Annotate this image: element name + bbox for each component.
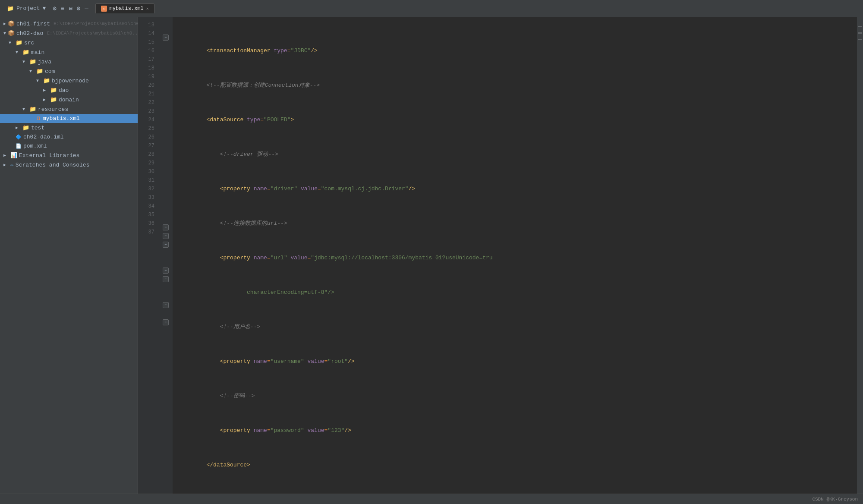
minimize-icon[interactable]: — (85, 5, 88, 12)
sidebar-item-resources[interactable]: ▼ 📁 resources (0, 104, 138, 114)
folder-icon: 📁 (22, 124, 29, 131)
tab-mybatis-xml[interactable]: x mybatis.xml ✕ (95, 3, 154, 13)
space2 (304, 426, 308, 435)
code-text (180, 288, 247, 297)
line-num-36: 36 (138, 219, 160, 228)
expand-arrow-icon: ▶ (3, 153, 9, 158)
sidebar-item-scratches[interactable]: ▶ ✏ Scratches and Consoles (0, 160, 138, 170)
line-num-15: 15 (138, 38, 160, 47)
gear-icon[interactable]: ⚙ (77, 5, 80, 12)
sidebar-item-pom-xml[interactable]: ▶ 📄 pom.xml (0, 142, 138, 151)
tag-close-datasource: </dataSource> (206, 461, 250, 469)
sidebar-item-bjpowernode[interactable]: ▼ 📁 bjpowernode (0, 76, 138, 85)
attr-username-name: "username" (271, 357, 304, 366)
editor-area[interactable]: 13 14 15 16 17 18 19 20 21 22 23 24 25 2… (138, 17, 863, 494)
line-num-21: 21 (138, 90, 160, 98)
code-line-24: <property name="password" value="123"/> (180, 426, 857, 435)
comment-datasource: <!--配置数据源：创建Connection对象--> (206, 81, 320, 90)
pom-icon: 📄 (16, 143, 22, 149)
expand-arrow-icon: ▼ (22, 60, 28, 64)
code-editor[interactable]: <transactionManager type="JDBC"/> <!--配置… (173, 17, 857, 494)
toolbar-icons: ⚙ ≡ ⊟ ⚙ — (53, 5, 88, 12)
fold-marker-27[interactable]: − (163, 242, 169, 248)
attr-value-url: value (291, 254, 308, 262)
sidebar-item-external-libs[interactable]: ▶ 📊 External Libraries (0, 151, 138, 160)
code-line-22: <property name="username" value="root"/> (180, 357, 857, 366)
sidebar-item-label: ch01-first (16, 21, 50, 27)
attr-name-password: name (254, 426, 267, 435)
sidebar-item-mybatis-xml[interactable]: ▶ 🗒 mybatis.xml (0, 114, 138, 123)
code-text (180, 47, 206, 55)
attr-root: "root" (328, 357, 348, 366)
attr-value-username: value (308, 357, 324, 366)
sidebar-item-ch01-first[interactable]: ▶ 📦 ch01-first E:\IDEA\Projects\mybatis0… (0, 19, 138, 28)
sidebar-item-ch02-dao[interactable]: ▼ 📦 ch02-dao E:\IDEA\Projects\mybatis01\… (0, 28, 138, 38)
eq: = (267, 426, 271, 435)
attr-type: type (274, 47, 287, 55)
sidebar-item-label: domain (59, 97, 79, 103)
expand-arrow-icon: ▶ (3, 21, 6, 26)
tab-close-button[interactable]: ✕ (146, 6, 149, 11)
sidebar-item-domain[interactable]: ▶ 📁 domain (0, 95, 138, 104)
sidebar-item-main[interactable]: ▼ 📁 main (0, 47, 138, 57)
sidebar-item-label: ch02-dao (16, 30, 43, 37)
status-bar: CSDN @KK-Greyson (0, 494, 863, 504)
code-text (180, 426, 220, 435)
attr-name-url: name (254, 254, 267, 262)
comment-username: <!--用户名--> (220, 323, 261, 331)
sidebar-item-java[interactable]: ▼ 📁 java (0, 57, 138, 66)
sidebar-item-ch02-dao-iml[interactable]: ▶ 🔷 ch02-dao.iml (0, 132, 138, 142)
fold-marker-34[interactable]: − (163, 302, 169, 308)
comment-url: <!--连接数据库的url--> (220, 219, 287, 228)
eq: = (267, 254, 271, 262)
code-line-25: </dataSource> (180, 461, 857, 469)
fold-marker-25[interactable]: − (163, 224, 169, 230)
attr-value-password: value (308, 426, 324, 435)
code-text (180, 392, 220, 400)
iml-icon: 🔷 (16, 134, 22, 140)
folder-icon: 📁 (16, 39, 22, 46)
line-num-20: 20 (138, 81, 160, 90)
code-line-13: <transactionManager type="JDBC"/> (180, 47, 857, 55)
sidebar-item-label: resources (38, 106, 68, 113)
line-num-18: 18 (138, 64, 160, 72)
sort-icon[interactable]: ≡ (61, 5, 64, 12)
line-num-28: 28 (138, 150, 160, 159)
module-icon: 📦 (8, 30, 15, 37)
sidebar-item-dao[interactable]: ▶ 📁 dao (0, 85, 138, 95)
settings-icon[interactable]: ⚙ (53, 5, 56, 12)
sidebar-item-label: java (38, 59, 51, 65)
sidebar-item-label: main (31, 49, 44, 56)
tag-close: /> (311, 47, 318, 55)
line-num-35: 35 (138, 211, 160, 219)
fold-marker-26[interactable]: − (163, 233, 169, 239)
space (250, 185, 254, 193)
fold-marker-36[interactable]: − (163, 319, 169, 325)
code-line-21: <!--用户名--> (180, 323, 857, 331)
fold-marker-15[interactable]: − (163, 35, 169, 41)
tag-transaction-manager: <transactionManager (206, 47, 270, 55)
sidebar-item-src[interactable]: ▼ 📁 src (0, 38, 138, 47)
fold-marker-31[interactable]: − (163, 276, 169, 282)
lib-icon: 📊 (10, 152, 17, 159)
sidebar-item-test[interactable]: ▶ 📁 test (0, 123, 138, 132)
sidebar-item-label: ch02-dao.iml (23, 134, 64, 140)
code-text (180, 461, 206, 469)
split-icon[interactable]: ⊟ (69, 5, 72, 12)
status-text: CSDN @KK-Greyson (812, 497, 858, 502)
project-selector[interactable]: 📁 Project ▼ (3, 5, 49, 12)
tag-open-close: > (291, 116, 294, 124)
line-num-26: 26 (138, 133, 160, 142)
line-num-16: 16 (138, 47, 160, 55)
code-text (180, 323, 220, 331)
sidebar-item-com[interactable]: ▼ 📁 com (0, 66, 138, 76)
scratches-icon: ✏ (10, 161, 14, 168)
tag-property-driver: <property (220, 185, 250, 193)
sidebar-item-label: src (24, 40, 34, 46)
folder-icon: 📁 (50, 87, 57, 94)
sidebar-item-label: com (45, 68, 55, 75)
space2 (304, 357, 308, 366)
expand-arrow-icon: ▶ (43, 88, 48, 93)
fold-marker-30[interactable]: − (163, 268, 169, 274)
scroll-marker-1 (858, 26, 862, 27)
